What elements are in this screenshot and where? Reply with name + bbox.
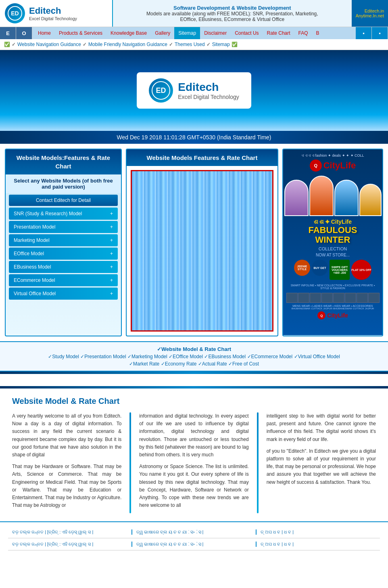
right-header: Editech.in Anytime.In.net [352,0,388,27]
offer-flat: FLAT 10% OFF [351,260,371,280]
right-link2[interactable]: Anytime.In.net [356,13,384,18]
col2-p1: information and digital technology. In e… [139,412,248,459]
col3-p1: intelligent step to live with digital wo… [267,412,376,443]
thumb6 [345,293,356,303]
nav-icon-o[interactable]: O [16,27,32,39]
footer-cell-2-2[interactable]: ତ୍ୱ ଭାଷାରେ ବ୍ଲ ୟ ଚ ଚ ଯା ⁚ ସ॰ ⁚ ସ | [132,542,257,547]
footer-row1: ବଡ଼ ତଲ୍କ ଜନ୍ନତ | [ବ୍ରିତ୍ : ଏହି ଡ଼େସ୍ ୱାଲ… [8,526,380,538]
right-col: ଏ ଏ ଏ ଏ fashion ✦ deals ✦ ✦ ✦ COLL Q Cit… [282,149,383,336]
model-item-ecommerce[interactable]: ECommerce Model + [9,274,118,286]
citylife-now-at: NOW AT STORE... [316,253,350,257]
nav-gallery[interactable]: Gallery [151,27,174,39]
model-item-presentation[interactable]: Presentation Model + [9,221,118,233]
content-col3: intelligent step to live with digital wo… [267,412,376,513]
nav-icon-right2[interactable]: ▪ [372,27,388,39]
main-nav: Home Products & Services Knowledge Base … [32,27,356,39]
logo-icon: ED [5,3,25,23]
mid-col-body [131,170,273,332]
content-section: Website Model & Rate Chart A very hearti… [0,388,388,521]
contact-editech-btn[interactable]: Contact Editech for Detail [9,195,118,206]
hero-logo-box: ED Editech Excel Digital Technology [137,72,251,109]
nav-b[interactable]: B [312,27,323,39]
content-three-col: A very heartily welcome to all of you fr… [12,412,376,513]
brand-name: Editech [29,6,77,16]
bottom-info-bar: ✓Website Model & Rate Chart ✓Study Model… [0,341,388,372]
model-item-snr[interactable]: SNR (Study & Research) Model + [9,208,118,220]
spacer [0,374,388,386]
citylife-logo-text: CityLife [323,160,356,171]
top-bar: ED Editech Excel Digital Technology Soft… [0,0,388,27]
nav-icons-row: E O Home Products & Services Knowledge B… [0,27,388,39]
header-line2: Models are available (along with FREE MO… [146,11,318,17]
hero-banner: ED Editech Excel Digital Technology [0,50,388,131]
models-col-sub: Select any Website Models (of both free … [6,174,121,193]
check-icon1: ✅ [4,42,10,47]
hero-logo-text: Editech Excel Digital Technology [178,81,239,100]
figure4 [359,184,382,216]
breadcrumb-sitemap[interactable]: Sitemap [212,42,230,47]
footer-cell-1-3[interactable]: ତ୍ ଅପ ଧ ବ | ଧ ବ | [257,529,380,535]
nav-contact[interactable]: Contact Us [231,27,263,39]
citylife-ad: ଏ ଏ ଏ ଏ fashion ✦ deals ✦ ✦ ✦ COLL Q Cit… [283,149,382,335]
models-col: Website Models:Features & Rate Chart Sel… [5,149,122,336]
hero-brand-tagline: Excel Digital Technology [178,94,239,100]
breadcrumb-themes-used[interactable]: Themes Used [175,42,205,47]
footer-cell-2-1[interactable]: ବଡ଼ ତଲ୍କ ଜନ୍ନତ | [ବ୍ରିତ୍ : ଏହି ଡ଼େସ୍ ୱାଲ… [8,542,132,547]
nav-sitemap[interactable]: Sitemap [174,27,200,39]
offer-buy: BUY GET [312,260,328,276]
citylife-footer: MENS WEAR • LADIES WEAR • KIDS WEAR • AC… [292,304,373,307]
center-header: Software Development & Website Developme… [113,0,352,27]
model-item-eoffice[interactable]: EOffice Model + [9,248,118,260]
nav-icon-right1[interactable]: ▪ [356,27,372,39]
col1-p1: A very heartily welcome to all of you fr… [12,412,121,459]
nav-icon-e[interactable]: E [0,27,16,39]
model-item-virtual[interactable]: Virtual Office Model + [9,288,118,300]
nav-faq[interactable]: FAQ [294,27,312,39]
content-title: Website Model & Rate Chart [12,397,376,406]
citylife-cities: BHUBANESWARCUTTACKJAJPURBHUBANESWARCUTTA… [292,307,374,310]
header-line3: EOffice, EBusiness, ECommerce & Virtual … [180,17,284,22]
nav-knowledge[interactable]: Knowledge Base [106,27,151,39]
citylife-logo-bottom: Q CityLife [317,311,348,319]
right-link1[interactable]: Editech.in [365,8,384,13]
check-icon2: ✓ [12,42,16,47]
svg-text:ED: ED [11,10,19,17]
mid-col-header: Website Models Features & Rate Chart [127,149,277,166]
figure2 [309,176,334,216]
footer-cell-2-3[interactable]: ତ୍ ଅପ ଧ ବ | ଧ ବ | [257,542,380,547]
logo-section: ED Editech Excel Digital Technology [0,0,113,27]
footer-row2: ବଡ଼ ତଲ୍କ ଜନ୍ନତ | [ବ୍ରିତ୍ : ଏହି ଡ଼େସ୍ ୱାଲ… [8,538,380,550]
thumb8 [368,293,380,303]
mid-col: Website Models Features & Rate Chart [126,149,278,336]
fabulous-winter: FABULOUSWINTER [309,225,357,245]
date-text: Wed Dec 19 2018 11:01:28 GMT+0530 (India… [117,134,271,141]
check-icon3: ✅ [232,42,238,47]
col1-p2: That may be Hardware or Software. That m… [12,463,121,509]
footer-cell-1-2[interactable]: ତ୍ୱ ଭାଷାରେ ବ୍ଲ ୟ ଚ ଚ ଯା ⁚ ସ॰ ⁚ ସ | [132,529,257,535]
thumb2 [298,293,309,303]
bottom-info-title: ✓Website Model & Rate Chart [8,346,380,352]
breadcrumb-nav2[interactable]: Mobile Friendly Navigation Guidance [88,42,167,47]
nav-rate[interactable]: Rate Chart [263,27,294,39]
models-col-header: Website Models:Features & Rate Chart [6,149,121,174]
content-col2: information and digital technology. In e… [139,412,248,513]
logo-text: Editech Excel Digital Technology [29,6,77,21]
bottom-info-rates: ✓Market Rate ✓Economy Rate ✓Actual Rate … [8,361,380,367]
brand-tagline: Excel Digital Technology [29,16,77,21]
bottom-info-items: ✓Study Model ✓Presentation Model ✓Market… [8,354,380,359]
citylife-collection: COLLECTION [319,246,347,251]
footer-cell-1-1[interactable]: ବଡ଼ ତଲ୍କ ଜନ୍ନତ | [ବ୍ରିତ୍ : ଏହି ଡ଼େସ୍ ୱାଲ… [8,529,132,535]
date-bar: Wed Dec 19 2018 11:01:28 GMT+0530 (India… [0,131,388,144]
offer-jeenie: JEENIE STYLE [294,260,310,276]
model-item-marketing[interactable]: Marketing Model + [9,234,118,246]
nav-disclaimer[interactable]: Disclaimer [200,27,231,39]
citylife-logo-icon: Q [310,160,322,172]
figure3 [334,180,359,216]
model-item-ebusiness[interactable]: EBusiness Model + [9,261,118,273]
breadcrumb-nav1[interactable]: Website Navigation Guidance [17,42,81,47]
three-col-section: Website Models:Features & Rate Chart Sel… [0,144,388,341]
offer-swipe: SWIPE GIFT VOUCHERS +400 -200 [330,260,350,280]
nav-home[interactable]: Home [34,27,55,39]
nav-products[interactable]: Products & Services [55,27,106,39]
citylife-top-text: ଏ ଏ ଏ ଏ fashion ✦ deals ✦ ✦ ✦ COLL [301,153,364,158]
